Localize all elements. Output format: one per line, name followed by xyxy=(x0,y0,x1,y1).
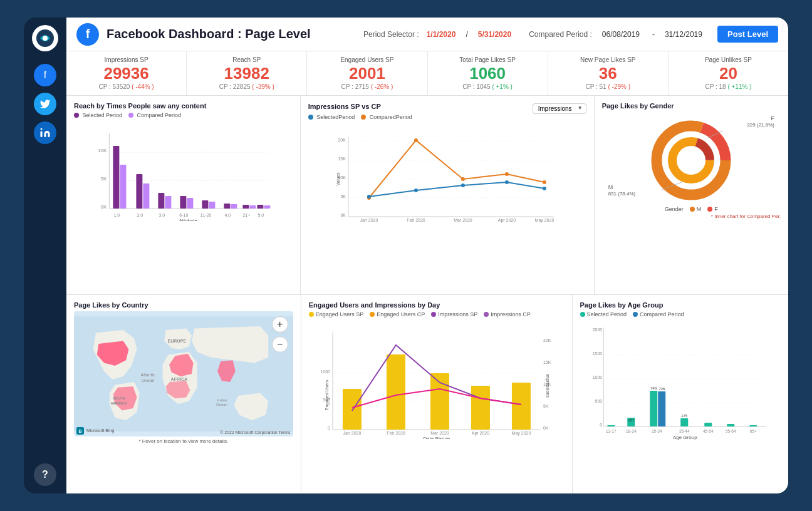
bar-25-34-sp xyxy=(650,391,657,426)
svg-text:Attribute: Attribute xyxy=(179,218,197,221)
sp-dot-may xyxy=(543,187,546,190)
svg-text:5K: 5K xyxy=(101,176,107,182)
svg-text:Engaged Users: Engaged Users xyxy=(325,379,330,410)
bar-13-17-sp xyxy=(607,425,615,426)
main-content: f Facebook Dashboard : Page Level Period… xyxy=(66,18,788,493)
impressions-chart-title: Impressions SP vs CP xyxy=(308,103,381,110)
sidebar-logo[interactable] xyxy=(32,25,58,51)
svg-text:746: 746 xyxy=(650,386,657,390)
impressions-dropdown-wrapper[interactable]: Impressions xyxy=(533,102,586,114)
svg-text:500: 500 xyxy=(595,399,602,403)
kpi-unlikes-value: 20 xyxy=(672,65,784,83)
svg-text:Date Range: Date Range xyxy=(423,436,450,439)
engaged-sp-dot xyxy=(309,312,314,317)
charts-area: Reach by Times People saw any content Se… xyxy=(66,96,788,493)
reach-legend-compared-dot xyxy=(128,113,133,118)
reach-legend-compared: Compared Period xyxy=(128,112,181,118)
south-america-label2: AMERICA xyxy=(110,401,127,405)
cp-dot-may xyxy=(543,180,546,184)
impressions-cp-legend: Impressions CP xyxy=(484,311,531,317)
svg-text:20K: 20K xyxy=(543,338,551,343)
bar-1-0-compared xyxy=(120,165,126,209)
compared-period-label: Compared Period : xyxy=(529,30,592,39)
reach-chart-title: Reach by Times People saw any content xyxy=(74,102,293,110)
male-value: 831 (78.4%) xyxy=(608,191,636,197)
svg-text:18-24: 18-24 xyxy=(625,429,636,433)
age-legend-compared: Compared Period xyxy=(633,311,684,317)
bar-11-20-compared xyxy=(209,202,215,209)
svg-point-1 xyxy=(43,36,48,41)
female-label: F xyxy=(771,115,775,121)
cp-dot-apr xyxy=(505,172,509,176)
sidebar-twitter-icon[interactable] xyxy=(34,93,56,115)
facebook-header-icon: f xyxy=(76,23,99,46)
svg-text:1.0: 1.0 xyxy=(114,213,120,217)
female-value: 229 (21.6%) xyxy=(747,122,774,128)
svg-text:May 2020: May 2020 xyxy=(534,218,554,223)
selected-period-line xyxy=(369,182,544,197)
engaged-chart-legend: Engaged Users SP Engaged Users CP Impres… xyxy=(309,311,565,317)
map-credit-microsoft: © 2022 Microsoft Corporation Terms xyxy=(220,430,290,435)
svg-text:Feb 2020: Feb 2020 xyxy=(387,431,405,435)
compared-end: 31/12/2019 xyxy=(665,30,702,39)
impressions-sp-dot xyxy=(431,312,436,317)
impressions-chart-header: Impressions SP vs CP Impressions xyxy=(308,102,586,114)
kpi-engaged-label: Engaged Users SP xyxy=(311,56,423,63)
map-zoom-in-button[interactable]: + xyxy=(272,316,288,333)
impressions-legend-selected-dot xyxy=(308,115,313,120)
engaged-cp-dot xyxy=(370,312,375,317)
kpi-impressions: Impressions SP 29936 CP : 53520 ( -44% ) xyxy=(66,51,187,95)
map-zoom-out-button[interactable]: − xyxy=(272,336,288,353)
kpi-unlikes-label: Page Unlikes SP xyxy=(672,56,784,63)
inner-chart-note: * Inner chart for Compared Per. xyxy=(602,214,781,219)
post-level-button[interactable]: Post Level xyxy=(717,26,778,43)
logo-icon xyxy=(35,28,55,48)
atlantic-ocean-label: Ocean xyxy=(142,378,155,383)
kpi-new-likes-value: 36 xyxy=(552,65,664,83)
period-end: 5/31/2020 xyxy=(478,30,511,39)
svg-text:13-17: 13-17 xyxy=(605,429,616,433)
sp-dot-feb xyxy=(414,188,418,192)
svg-text:3.0: 3.0 xyxy=(159,213,165,217)
help-button[interactable]: ? xyxy=(34,463,56,486)
svg-text:25-34: 25-34 xyxy=(651,429,662,433)
bar-45-54-sp xyxy=(704,423,712,426)
engaged-legend-sp: Engaged Users SP xyxy=(309,311,364,317)
sidebar-linkedin-icon[interactable] xyxy=(34,121,56,144)
engaged-chart-title: Engaged Users and Impressions by Day xyxy=(309,301,565,309)
kpi-new-likes: New Page Likes SP 36 CP : 51 ( -29% ) xyxy=(548,51,669,95)
svg-text:0K: 0K xyxy=(101,204,107,210)
bar-mar-sp xyxy=(430,373,449,430)
age-legend-selected: Selected Period xyxy=(580,311,627,317)
reach-legend-selected-dot xyxy=(74,113,79,118)
kpi-unlikes-cp: CP : 18 ( +11% ) xyxy=(672,83,784,90)
sidebar-facebook-icon[interactable]: f xyxy=(34,64,56,86)
impressions-legend-selected: SelectedPeriod xyxy=(308,114,355,120)
kpi-total-likes: Total Page Likes SP 1060 CP : 1045 ( +1%… xyxy=(428,51,548,95)
bar-3-0-compared xyxy=(165,196,171,209)
svg-text:5.0: 5.0 xyxy=(258,213,264,217)
svg-point-2 xyxy=(41,128,43,130)
svg-text:May 2020: May 2020 xyxy=(511,431,531,436)
bar-11-20-selected xyxy=(202,200,208,209)
kpi-impressions-value: 29936 xyxy=(70,65,182,83)
svg-text:1500: 1500 xyxy=(592,351,602,356)
impressions-dropdown[interactable]: Impressions xyxy=(533,103,586,114)
svg-text:Age Group: Age Group xyxy=(672,435,697,440)
map-credit-bing: B Microsoft Bing xyxy=(76,427,114,435)
kpi-reach: Reach SP 13982 CP : 22825 ( -39% ) xyxy=(187,51,307,95)
reach-legend-selected: Selected Period xyxy=(74,112,122,118)
page-title: Facebook Dashboard : Page Level xyxy=(107,27,311,41)
map-chart-panel: Page Likes by Country xyxy=(66,295,301,493)
europe-label: EUROPE xyxy=(168,339,187,343)
svg-text:2000: 2000 xyxy=(592,328,602,332)
header: f Facebook Dashboard : Page Level Period… xyxy=(66,18,788,51)
bar-5-0-selected xyxy=(257,205,263,209)
reach-chart-panel: Reach by Times People saw any content Se… xyxy=(66,96,301,294)
south-america-label: SOUTH xyxy=(113,396,125,400)
bar-21-compared xyxy=(249,205,256,209)
svg-text:10K: 10K xyxy=(98,148,107,153)
age-chart-panel: Page Likes by Age Group Selected Period … xyxy=(573,295,788,493)
svg-text:45-54: 45-54 xyxy=(702,429,713,433)
gender-chart-title: Page Likes by Gender xyxy=(602,102,781,110)
